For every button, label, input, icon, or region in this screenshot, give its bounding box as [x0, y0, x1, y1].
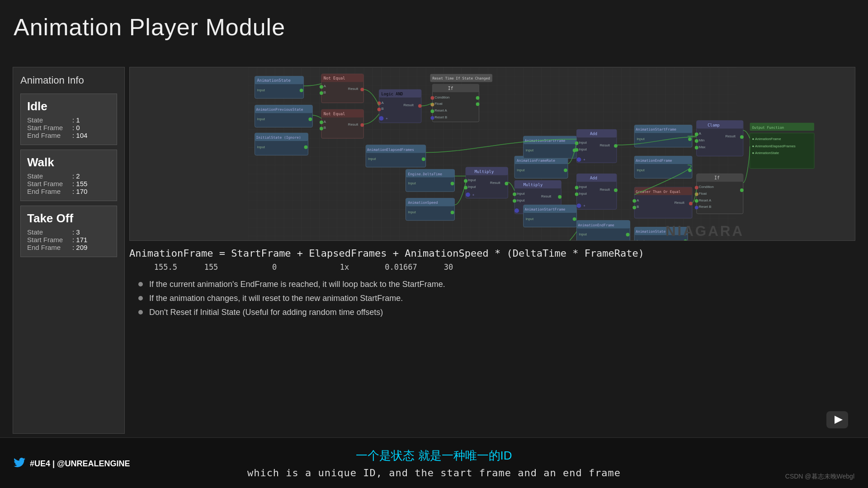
svg-text:Input: Input — [637, 137, 645, 141]
svg-point-129 — [575, 192, 579, 196]
svg-text:Add: Add — [590, 176, 597, 180]
bullet-list: If the current animation's EndFrame is r… — [129, 280, 855, 317]
bottom-bar: 一个是状态 就是一种唯一的ID which is a unique ID, an… — [0, 437, 868, 488]
svg-text:AnimationStartFrame: AnimationStartFrame — [525, 207, 566, 211]
formula-val-2: 155 — [191, 263, 231, 272]
takeoff-state-label: State — [27, 228, 72, 236]
svg-text:AnimationStartFrame: AnimationStartFrame — [636, 127, 676, 131]
svg-text:● AnimationFrame: ● AnimationFrame — [752, 137, 782, 141]
svg-point-64 — [422, 157, 425, 161]
svg-text:+: + — [583, 204, 585, 208]
svg-text:Reset Time If State Changed: Reset Time If State Changed — [432, 76, 490, 80]
svg-point-131 — [577, 203, 581, 208]
takeoff-card: Take Off State : 3 Start Frame : 171 End… — [20, 206, 117, 257]
idle-start-row: Start Frame : 0 — [27, 124, 110, 131]
svg-point-24 — [360, 88, 364, 91]
svg-text:NIAGARA: NIAGARA — [665, 223, 744, 239]
svg-text:AnimationFrameRate: AnimationFrameRate — [517, 159, 555, 163]
idle-state-row: State : 1 — [27, 116, 110, 124]
chinese-subtitle: 一个是状态 就是一种唯一的ID — [0, 448, 868, 464]
takeoff-start-label: Start Frame — [27, 236, 72, 244]
svg-point-57 — [430, 116, 434, 120]
idle-name: Idle — [27, 99, 110, 113]
walk-state-row: State : 2 — [27, 172, 110, 180]
animation-info-panel: Animation Info Idle State : 1 Start Fram… — [13, 67, 125, 434]
svg-point-83 — [505, 182, 508, 185]
svg-text:AnimationEndFrame: AnimationEndFrame — [578, 223, 615, 227]
svg-text:A: A — [699, 131, 702, 136]
svg-point-137 — [626, 233, 630, 236]
svg-text:Input: Input — [257, 145, 265, 149]
svg-text:AnimationEndFrame: AnimationEndFrame — [636, 159, 672, 163]
takeoff-name: Take Off — [27, 211, 110, 225]
svg-text:Input: Input — [517, 192, 525, 196]
bullet-text-2: If the animation changes, it will reset … — [149, 294, 403, 303]
svg-text:Input: Input — [517, 198, 525, 202]
youtube-icon-container — [826, 411, 848, 430]
svg-point-154 — [632, 199, 636, 203]
svg-text:Result: Result — [675, 201, 685, 205]
node-graph: AnimationState Input AnimationPreviousSt… — [129, 67, 855, 241]
svg-text:Output Function: Output Function — [752, 126, 784, 130]
svg-point-69 — [451, 182, 454, 185]
walk-name: Walk — [27, 155, 110, 169]
svg-point-167 — [740, 135, 744, 139]
csdn-watermark: CSDN @暮志未晚Webgl — [785, 473, 854, 481]
svg-point-97 — [513, 192, 516, 196]
svg-text:Input: Input — [408, 210, 416, 214]
svg-text:Condition: Condition — [699, 185, 714, 189]
svg-point-155 — [632, 206, 636, 209]
svg-text:● AnimationState: ● AnimationState — [752, 151, 779, 155]
svg-rect-158 — [697, 121, 743, 129]
svg-text:Clamp: Clamp — [708, 123, 720, 127]
idle-end-row: End Frame : 104 — [27, 131, 110, 139]
walk-state-label: State — [27, 172, 72, 180]
svg-rect-169 — [697, 174, 743, 182]
svg-text:Logic AND: Logic AND — [381, 92, 403, 96]
svg-text:Input: Input — [257, 117, 265, 121]
svg-text:Input: Input — [579, 232, 587, 236]
svg-text:Input: Input — [579, 141, 587, 145]
walk-end-label: End Frame — [27, 188, 72, 195]
svg-point-156 — [689, 202, 693, 206]
takeoff-end-value: : 209 — [72, 244, 87, 251]
svg-text:Input: Input — [637, 239, 645, 240]
svg-point-164 — [695, 132, 698, 136]
svg-point-5 — [300, 89, 303, 92]
idle-card: Idle State : 1 Start Frame : 0 End Frame… — [20, 94, 117, 145]
takeoff-state-row: State : 3 — [27, 228, 110, 236]
svg-text:Max: Max — [699, 145, 706, 149]
svg-text:If: If — [714, 175, 720, 180]
takeoff-state-value: : 3 — [72, 228, 80, 236]
svg-text:● AnimationElapsedFrames: ● AnimationElapsedFrames — [752, 144, 796, 148]
svg-text:Reset B: Reset B — [699, 205, 712, 209]
svg-text:Input: Input — [526, 217, 534, 221]
youtube-icon — [826, 411, 848, 428]
bullet-dot-1 — [138, 282, 143, 286]
svg-text:Input: Input — [408, 181, 416, 185]
svg-point-74 — [451, 211, 454, 214]
svg-point-98 — [513, 199, 516, 203]
twitter-icon — [14, 457, 25, 471]
svg-text:Input: Input — [526, 148, 534, 152]
svg-point-120 — [577, 157, 581, 162]
svg-text:B: B — [637, 205, 639, 209]
svg-point-165 — [695, 139, 698, 143]
svg-point-110 — [573, 217, 576, 221]
svg-point-32 — [320, 127, 323, 131]
svg-text:Not Equal: Not Equal — [324, 112, 345, 116]
svg-text:Result: Result — [600, 188, 610, 192]
idle-end-value: : 104 — [72, 131, 87, 139]
svg-point-23 — [320, 91, 323, 95]
svg-text:A: A — [637, 198, 639, 202]
svg-point-177 — [695, 199, 698, 203]
svg-point-56 — [430, 109, 434, 113]
bullet-item-1: If the current animation's EndFrame is r… — [129, 280, 855, 289]
walk-state-value: : 2 — [72, 172, 80, 180]
svg-text:Result: Result — [600, 143, 610, 147]
svg-point-43 — [379, 116, 384, 121]
svg-text:B: B — [381, 107, 383, 111]
svg-point-84 — [466, 192, 470, 197]
svg-text:+: + — [472, 193, 475, 197]
svg-text:AnimationState: AnimationState — [257, 78, 291, 83]
